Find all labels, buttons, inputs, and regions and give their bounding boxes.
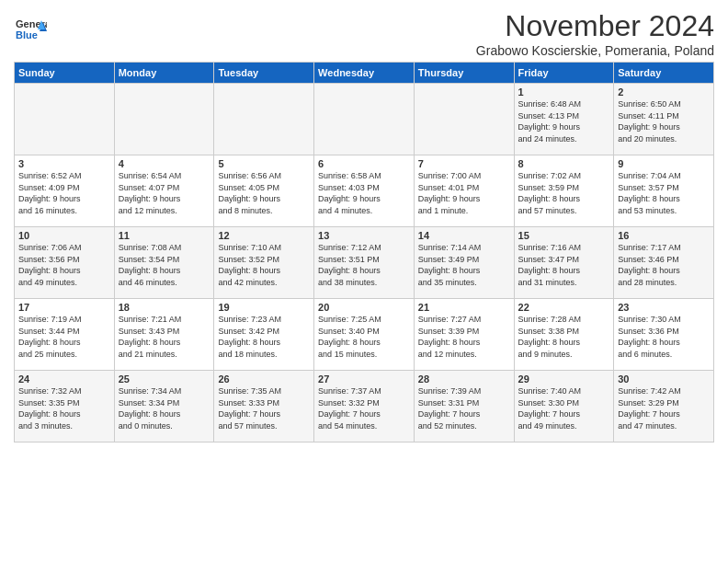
- day-number: 8: [518, 158, 610, 169]
- calendar-cell: 12Sunrise: 7:10 AM Sunset: 3:52 PM Dayli…: [214, 227, 314, 299]
- day-info: Sunrise: 7:25 AM Sunset: 3:40 PM Dayligh…: [318, 314, 410, 360]
- week-row-5: 24Sunrise: 7:32 AM Sunset: 3:35 PM Dayli…: [15, 371, 714, 442]
- calendar-cell: 17Sunrise: 7:19 AM Sunset: 3:44 PM Dayli…: [15, 299, 115, 371]
- page-container: General Blue November 2024 Grabowo Kosci…: [0, 0, 728, 452]
- location-subtitle: Grabowo Koscierskie, Pomerania, Poland: [476, 43, 714, 58]
- day-info: Sunrise: 7:14 AM Sunset: 3:49 PM Dayligh…: [418, 242, 510, 288]
- calendar-cell: 5Sunrise: 6:56 AM Sunset: 4:05 PM Daylig…: [214, 155, 314, 227]
- calendar-cell: 19Sunrise: 7:23 AM Sunset: 3:42 PM Dayli…: [214, 299, 314, 371]
- header-saturday: Saturday: [614, 63, 714, 84]
- logo-icon: General Blue: [14, 13, 47, 50]
- calendar-cell: 1Sunrise: 6:48 AM Sunset: 4:13 PM Daylig…: [514, 84, 614, 155]
- day-info: Sunrise: 7:40 AM Sunset: 3:30 PM Dayligh…: [518, 385, 610, 431]
- day-number: 2: [618, 86, 710, 98]
- day-number: 25: [119, 373, 210, 385]
- day-number: 23: [618, 302, 710, 313]
- day-number: 21: [418, 302, 510, 313]
- day-number: 9: [618, 158, 710, 169]
- logo: General Blue: [14, 13, 47, 50]
- day-info: Sunrise: 7:27 AM Sunset: 3:39 PM Dayligh…: [418, 314, 510, 360]
- day-number: 28: [418, 373, 510, 385]
- day-info: Sunrise: 7:08 AM Sunset: 3:54 PM Dayligh…: [119, 242, 210, 288]
- day-info: Sunrise: 7:21 AM Sunset: 3:43 PM Dayligh…: [119, 314, 210, 360]
- day-number: 27: [318, 373, 410, 385]
- calendar-cell: 7Sunrise: 7:00 AM Sunset: 4:01 PM Daylig…: [414, 155, 514, 227]
- calendar-cell: [314, 84, 415, 155]
- calendar-cell: 13Sunrise: 7:12 AM Sunset: 3:51 PM Dayli…: [314, 227, 415, 299]
- day-info: Sunrise: 7:35 AM Sunset: 3:33 PM Dayligh…: [218, 385, 310, 431]
- day-number: 13: [318, 230, 410, 241]
- day-number: 12: [218, 230, 310, 241]
- day-number: 6: [318, 158, 410, 169]
- day-number: 11: [119, 230, 210, 241]
- day-info: Sunrise: 7:42 AM Sunset: 3:29 PM Dayligh…: [618, 385, 710, 431]
- day-info: Sunrise: 7:06 AM Sunset: 3:56 PM Dayligh…: [18, 242, 110, 288]
- calendar-cell: 20Sunrise: 7:25 AM Sunset: 3:40 PM Dayli…: [314, 299, 415, 371]
- day-info: Sunrise: 7:28 AM Sunset: 3:38 PM Dayligh…: [518, 314, 610, 360]
- day-info: Sunrise: 7:32 AM Sunset: 3:35 PM Dayligh…: [18, 385, 110, 431]
- month-title: November 2024: [476, 9, 714, 43]
- day-info: Sunrise: 7:10 AM Sunset: 3:52 PM Dayligh…: [218, 242, 310, 288]
- day-number: 4: [119, 158, 210, 169]
- calendar-cell: 6Sunrise: 6:58 AM Sunset: 4:03 PM Daylig…: [314, 155, 415, 227]
- day-number: 18: [119, 302, 210, 313]
- calendar-cell: 2Sunrise: 6:50 AM Sunset: 4:11 PM Daylig…: [614, 84, 714, 155]
- day-info: Sunrise: 7:34 AM Sunset: 3:34 PM Dayligh…: [119, 385, 210, 431]
- calendar-cell: [214, 84, 314, 155]
- calendar-cell: 28Sunrise: 7:39 AM Sunset: 3:31 PM Dayli…: [414, 371, 514, 442]
- header-thursday: Thursday: [414, 63, 514, 84]
- title-block: November 2024 Grabowo Koscierskie, Pomer…: [476, 9, 714, 58]
- day-number: 15: [518, 230, 610, 241]
- day-info: Sunrise: 7:04 AM Sunset: 3:57 PM Dayligh…: [618, 170, 710, 216]
- day-info: Sunrise: 7:00 AM Sunset: 4:01 PM Dayligh…: [418, 170, 510, 216]
- calendar-cell: [414, 84, 514, 155]
- calendar-cell: 3Sunrise: 6:52 AM Sunset: 4:09 PM Daylig…: [15, 155, 115, 227]
- day-number: 22: [518, 302, 610, 313]
- header-row: Sunday Monday Tuesday Wednesday Thursday…: [15, 63, 714, 84]
- day-number: 5: [218, 158, 310, 169]
- header: General Blue November 2024 Grabowo Kosci…: [14, 9, 714, 58]
- header-tuesday: Tuesday: [214, 63, 314, 84]
- day-info: Sunrise: 6:58 AM Sunset: 4:03 PM Dayligh…: [318, 170, 410, 216]
- day-info: Sunrise: 6:50 AM Sunset: 4:11 PM Dayligh…: [618, 98, 710, 144]
- day-info: Sunrise: 7:39 AM Sunset: 3:31 PM Dayligh…: [418, 385, 510, 431]
- day-info: Sunrise: 7:37 AM Sunset: 3:32 PM Dayligh…: [318, 385, 410, 431]
- calendar-cell: 15Sunrise: 7:16 AM Sunset: 3:47 PM Dayli…: [514, 227, 614, 299]
- day-info: Sunrise: 7:30 AM Sunset: 3:36 PM Dayligh…: [618, 314, 710, 360]
- day-info: Sunrise: 7:12 AM Sunset: 3:51 PM Dayligh…: [318, 242, 410, 288]
- day-number: 10: [18, 230, 110, 241]
- calendar-cell: 23Sunrise: 7:30 AM Sunset: 3:36 PM Dayli…: [614, 299, 714, 371]
- svg-text:Blue: Blue: [16, 29, 38, 40]
- calendar-table: Sunday Monday Tuesday Wednesday Thursday…: [14, 62, 714, 442]
- week-row-4: 17Sunrise: 7:19 AM Sunset: 3:44 PM Dayli…: [15, 299, 714, 371]
- day-number: 3: [18, 158, 110, 169]
- calendar-cell: 4Sunrise: 6:54 AM Sunset: 4:07 PM Daylig…: [114, 155, 214, 227]
- calendar-cell: 30Sunrise: 7:42 AM Sunset: 3:29 PM Dayli…: [614, 371, 714, 442]
- week-row-2: 3Sunrise: 6:52 AM Sunset: 4:09 PM Daylig…: [15, 155, 714, 227]
- day-info: Sunrise: 7:02 AM Sunset: 3:59 PM Dayligh…: [518, 170, 610, 216]
- calendar-cell: 9Sunrise: 7:04 AM Sunset: 3:57 PM Daylig…: [614, 155, 714, 227]
- day-info: Sunrise: 7:23 AM Sunset: 3:42 PM Dayligh…: [218, 314, 310, 360]
- calendar-cell: 16Sunrise: 7:17 AM Sunset: 3:46 PM Dayli…: [614, 227, 714, 299]
- header-wednesday: Wednesday: [314, 63, 415, 84]
- header-friday: Friday: [514, 63, 614, 84]
- calendar-cell: 10Sunrise: 7:06 AM Sunset: 3:56 PM Dayli…: [15, 227, 115, 299]
- day-number: 1: [518, 86, 610, 98]
- calendar-cell: 21Sunrise: 7:27 AM Sunset: 3:39 PM Dayli…: [414, 299, 514, 371]
- day-number: 7: [418, 158, 510, 169]
- calendar-cell: 14Sunrise: 7:14 AM Sunset: 3:49 PM Dayli…: [414, 227, 514, 299]
- day-info: Sunrise: 7:16 AM Sunset: 3:47 PM Dayligh…: [518, 242, 610, 288]
- day-info: Sunrise: 7:19 AM Sunset: 3:44 PM Dayligh…: [18, 314, 110, 360]
- calendar-cell: 24Sunrise: 7:32 AM Sunset: 3:35 PM Dayli…: [15, 371, 115, 442]
- day-number: 14: [418, 230, 510, 241]
- calendar-cell: 27Sunrise: 7:37 AM Sunset: 3:32 PM Dayli…: [314, 371, 415, 442]
- calendar-cell: 22Sunrise: 7:28 AM Sunset: 3:38 PM Dayli…: [514, 299, 614, 371]
- day-number: 24: [18, 373, 110, 385]
- day-info: Sunrise: 6:54 AM Sunset: 4:07 PM Dayligh…: [119, 170, 210, 216]
- day-number: 30: [618, 373, 710, 385]
- header-sunday: Sunday: [15, 63, 115, 84]
- header-monday: Monday: [114, 63, 214, 84]
- calendar-cell: 18Sunrise: 7:21 AM Sunset: 3:43 PM Dayli…: [114, 299, 214, 371]
- day-info: Sunrise: 6:48 AM Sunset: 4:13 PM Dayligh…: [518, 98, 610, 144]
- week-row-3: 10Sunrise: 7:06 AM Sunset: 3:56 PM Dayli…: [15, 227, 714, 299]
